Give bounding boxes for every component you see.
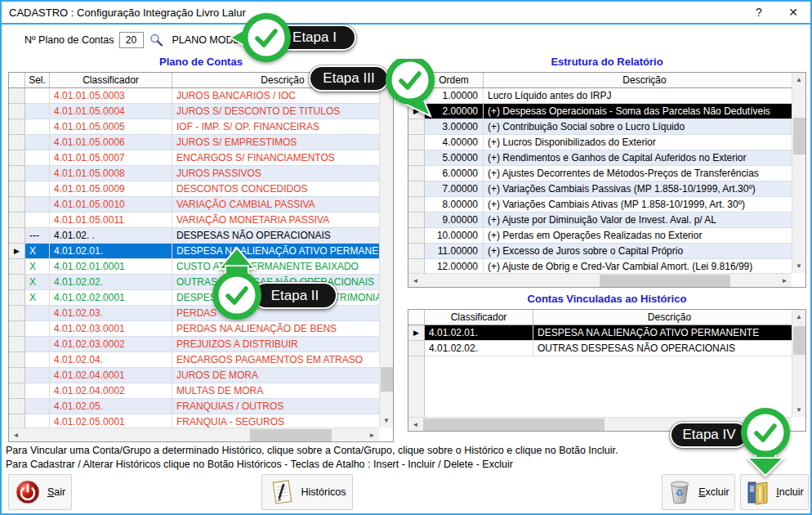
table-row[interactable]: X4.01.02.02.0001DESPESAS DE EQUIVALENCIA… — [9, 290, 379, 306]
row-selector-cell: ▶ — [9, 244, 25, 259]
row-selector-cell — [408, 88, 425, 104]
cell-sel — [25, 135, 50, 150]
table-row[interactable]: 4.01.02.02.OUTRAS DESPESAS NÃO OPERACION… — [408, 341, 792, 356]
table-row[interactable]: ▶2.00000(+) Despesas Operacionais - Soma… — [408, 104, 792, 119]
scrollbar-thumb[interactable] — [381, 367, 393, 392]
table-row[interactable]: ---4.01.02. .DESPESAS NÃO OPERACIONAIS — [9, 228, 379, 244]
table-row[interactable]: ▶4.01.02.01.DESPESA NA ALIENAÇÃO ATIVO P… — [408, 325, 792, 341]
table-row[interactable]: 4.01.01.05.0011VARIAÇÃO MONETARIA PASSIV… — [9, 213, 379, 228]
table-row[interactable]: 9.00000(+) Ajuste por Diminuição Valor d… — [408, 213, 792, 228]
vinculadas-horizontal-scrollbar[interactable]: ◄ ► — [408, 417, 792, 431]
header-classificador[interactable]: Classificador — [425, 310, 533, 325]
table-row[interactable]: 4.00000(+) Lucros Disponibilizados do Ex… — [408, 135, 792, 150]
scroll-right-arrow[interactable]: ► — [778, 274, 792, 288]
scrollbar-thumb[interactable] — [250, 429, 332, 441]
row-selector-cell — [9, 368, 25, 383]
power-icon — [15, 479, 41, 505]
table-row[interactable]: 4.01.02.04.ENCARGOS PAGAMENTOS EM ATRASO — [9, 352, 379, 368]
scrollbar-thumb[interactable] — [423, 419, 605, 431]
table-row[interactable]: 4.01.01.05.0006JUROS S/ EMPRESTIMOS — [9, 135, 379, 150]
cell-ordem: 5.00000 — [425, 150, 484, 166]
cell-descricao: (+) Variações Cambiais Passivas (MP 1.85… — [484, 181, 792, 197]
cell-descricao: (+) Variações Cambiais Ativas (MP 1.858-… — [484, 197, 792, 213]
table-row[interactable]: 4.01.02.04.0002MULTAS DE MORA — [9, 383, 379, 399]
table-row[interactable]: 4.01.02.03.0002PREJUIZOS A DISTRIBUIR — [9, 337, 379, 352]
table-row[interactable]: 3.00000(+) Contribuição Social sobre o L… — [408, 119, 792, 135]
cell-descricao: ENCARGOS S/ FINANCIAMENTOS — [172, 150, 379, 166]
scroll-right-arrow[interactable]: ► — [778, 418, 792, 432]
scroll-up-arrow[interactable]: ▲ — [792, 73, 806, 87]
scroll-left-arrow[interactable]: ◄ — [9, 428, 23, 442]
plano-horizontal-scrollbar[interactable]: ◄ ► — [9, 428, 379, 441]
search-icon[interactable] — [149, 33, 164, 48]
sair-button[interactable]: Sair — [8, 474, 72, 510]
cell-sel — [25, 368, 50, 383]
scroll-left-arrow[interactable]: ◄ — [408, 418, 422, 432]
table-row[interactable]: 4.01.01.05.0005IOF - IMP. S/ OP. FINANCE… — [9, 119, 379, 135]
table-row[interactable]: X4.01.02.02.OUTRAS DESPESAS NÃO OPERACIO… — [9, 275, 379, 290]
estrutura-horizontal-scrollbar[interactable]: ◄ ► — [408, 273, 792, 287]
header-descricao[interactable]: Descrição — [172, 73, 393, 87]
cell-sel — [25, 321, 50, 337]
cell-ordem: 1.00000 — [425, 88, 484, 104]
incluir-button[interactable]: Incluir — [740, 474, 809, 510]
scrollbar-thumb[interactable] — [600, 275, 730, 287]
table-row[interactable]: 4.01.02.03.0001PERDAS NA ALIENAÇÃO DE BE… — [9, 321, 379, 337]
header-descricao[interactable]: Descrição — [484, 73, 805, 87]
table-row[interactable]: 4.01.02.05.FRANQUIAS / OUTROS — [9, 399, 379, 414]
table-row[interactable]: 5.00000(+) Rendimentos e Ganhos de Capit… — [408, 150, 792, 166]
table-row[interactable]: 10.00000(+) Perdas em Operações Realizad… — [408, 228, 792, 244]
cell-sel: X — [25, 259, 50, 275]
etapa1-pill: Etapa I — [273, 25, 356, 51]
plan-number-input[interactable]: 20 — [119, 32, 144, 48]
table-row[interactable]: 1.00000Lucro Líquido antes do IRPJ — [408, 88, 792, 104]
scroll-down-arrow[interactable]: ▼ — [792, 259, 806, 273]
table-row[interactable]: 4.01.01.05.0003JUROS BANCARIOS / IOC — [9, 88, 379, 104]
close-button[interactable]: ✕ — [776, 2, 810, 23]
cell-classificador: 4.01.02.02. — [425, 341, 533, 356]
scrollbar-thumb[interactable] — [793, 326, 805, 355]
row-selector-cell — [408, 213, 425, 228]
vinculadas-vertical-scrollbar[interactable]: ▲ ▼ — [792, 310, 805, 417]
table-row[interactable]: 4.01.01.05.0004JUROS S/ DESCONTO DE TITU… — [9, 104, 379, 119]
table-row[interactable]: 4.01.01.05.0010VARIAÇÃO CAMBIAL PASSIVA — [9, 197, 379, 213]
header-classificador[interactable]: Classificador — [50, 73, 172, 87]
table-row[interactable]: 8.00000(+) Variações Cambiais Ativas (MP… — [408, 197, 792, 213]
table-row[interactable]: ▶X4.01.02.01.DESPESA NA ALIENAÇÃO ATIVO … — [9, 244, 379, 259]
dialog-window: CADASTRO : Configuração Integração Livro… — [0, 0, 812, 515]
table-row[interactable]: 4.01.01.05.0007ENCARGOS S/ FINANCIAMENTO… — [9, 150, 379, 166]
header-descricao[interactable]: Descrição — [533, 310, 805, 325]
table-row[interactable]: 4.01.01.05.0008JUROS PASSIVOS — [9, 166, 379, 181]
table-row[interactable]: X4.01.02.01.0001CUSTO ATIVO PERMANENTE B… — [9, 259, 379, 275]
header-sel[interactable]: Sel. — [25, 73, 50, 87]
scroll-up-arrow[interactable]: ▲ — [792, 310, 806, 324]
plan-label: Nº Plano de Contas — [25, 34, 114, 46]
plano-vertical-scrollbar[interactable]: ▲ ▼ — [379, 73, 393, 428]
table-row[interactable]: 6.00000(+) Ajustes Decorrentes de Método… — [408, 166, 792, 181]
scroll-right-arrow[interactable]: ► — [365, 428, 379, 442]
estrutura-vertical-scrollbar[interactable]: ▲ ▼ — [792, 73, 805, 273]
help-button[interactable]: ? — [742, 2, 776, 23]
row-selector-cell — [9, 135, 25, 150]
scroll-up-arrow[interactable]: ▲ — [380, 73, 394, 87]
table-row[interactable]: 7.00000(+) Variações Cambiais Passivas (… — [408, 181, 792, 197]
table-row[interactable]: 11.00000(+) Excesso de Juros sobre o Cap… — [408, 244, 792, 259]
historicos-button[interactable]: Históricos — [261, 474, 353, 510]
table-row[interactable]: 4.01.02.03.PERDAS — [9, 306, 379, 321]
table-row[interactable]: 4.01.01.05.0009DESCONTOS CONCEDIDOS — [9, 181, 379, 197]
scroll-left-arrow[interactable]: ◄ — [408, 274, 422, 288]
cell-descricao: (+) Ajuste por Diminuição Valor de Inves… — [484, 213, 792, 228]
row-selector-cell — [9, 383, 25, 399]
cell-descricao: FRANQUIAS / OUTROS — [172, 399, 379, 414]
header-ordem[interactable]: Ordem — [425, 73, 484, 87]
row-selector-cell — [9, 399, 25, 414]
row-selector-cell — [408, 166, 425, 181]
scroll-down-arrow[interactable]: ▼ — [792, 403, 806, 417]
table-row[interactable]: 4.01.02.04.0001JUROS DE MORA — [9, 368, 379, 383]
row-selector-cell — [408, 244, 425, 259]
excluir-button[interactable]: ♻ Excluir — [662, 474, 735, 510]
instructions: Para Vincular uma Conta/Grupo a determin… — [6, 444, 618, 472]
scrollbar-thumb[interactable] — [793, 118, 805, 154]
scroll-down-arrow[interactable]: ▼ — [380, 414, 394, 428]
cell-descricao: DESCONTOS CONCEDIDOS — [172, 181, 379, 197]
